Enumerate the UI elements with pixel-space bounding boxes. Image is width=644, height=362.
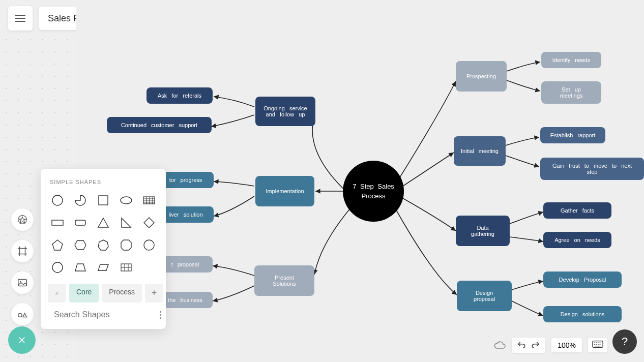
redo-icon[interactable] [531, 341, 540, 350]
svg-rect-8 [52, 220, 63, 225]
shape-grid [48, 192, 159, 276]
decagon-icon [51, 261, 64, 274]
hamburger-icon [15, 15, 25, 22]
core-tab[interactable]: Core [69, 284, 99, 303]
svg-point-4 [52, 195, 63, 205]
parallelogram-icon [97, 261, 110, 274]
shape-search-input[interactable] [54, 310, 156, 319]
menu-button[interactable] [8, 6, 33, 31]
node-tor-progress[interactable]: tor progress [158, 172, 214, 188]
shape-tabs: Core Process + [48, 284, 159, 303]
center-node[interactable]: 7 Step Sales Process [343, 161, 404, 222]
heptagon-icon [97, 238, 110, 252]
shape-table[interactable] [142, 192, 157, 208]
svg-point-10 [144, 240, 154, 250]
rounded-rect-icon [74, 216, 87, 229]
node-establish-rapport[interactable]: Establish rapport [540, 127, 605, 143]
shape-diamond[interactable] [142, 215, 157, 231]
shape-ellipse[interactable] [119, 192, 134, 208]
zoom-level[interactable]: 100% [551, 338, 582, 352]
shapes-panel-title: SIMPLE SHAPES [48, 179, 159, 185]
shape-pentagon[interactable] [50, 237, 65, 253]
node-gain-trust[interactable]: Gain trust to move to next step [540, 158, 644, 180]
shape-square[interactable] [96, 192, 110, 208]
octagon-icon [120, 238, 133, 252]
shapes-rail-button[interactable] [11, 208, 34, 231]
shape-octagon[interactable] [119, 237, 134, 253]
svg-point-6 [121, 197, 132, 204]
node-agree-needs[interactable]: Agree on needs [543, 232, 611, 248]
shape-triangle[interactable] [96, 215, 110, 231]
node-data-gathering[interactable]: Data gathering [456, 216, 510, 246]
shape-circle[interactable] [50, 192, 65, 208]
node-develop-proposal[interactable]: Develop Proposal [543, 272, 622, 288]
shape-rounded-rect[interactable] [73, 215, 87, 231]
svg-rect-1 [18, 280, 27, 286]
node-gather-facts[interactable]: Gather facts [543, 202, 611, 219]
node-liver-solution[interactable]: liver solution [158, 206, 214, 223]
table-icon [142, 194, 156, 207]
node-the-business[interactable]: the business [158, 292, 213, 308]
keyboard-button[interactable] [588, 338, 607, 352]
svg-rect-5 [99, 196, 108, 205]
square-icon [97, 194, 110, 207]
pin-tab[interactable] [48, 284, 66, 303]
shape-decagon[interactable] [50, 259, 65, 276]
diamond-icon [142, 216, 156, 229]
shapes-panel: SIMPLE SHAPES Core Process + [41, 169, 166, 329]
node-t-proposal[interactable]: t proposal [158, 256, 213, 273]
close-icon [17, 336, 26, 345]
right-triangle-icon [120, 216, 133, 229]
node-customer-support[interactable]: Continued customer support [107, 117, 212, 133]
cloud-sync-icon[interactable] [493, 339, 506, 351]
shape-rectangle[interactable] [50, 215, 65, 231]
shape-parallelogram[interactable] [96, 259, 110, 276]
more-rail-button[interactable] [11, 303, 34, 325]
node-present[interactable]: Present Solutions [254, 265, 314, 296]
shape-heptagon[interactable] [96, 237, 110, 253]
triangle-icon [97, 216, 110, 229]
node-design-solutions[interactable]: Design solutions [543, 306, 622, 322]
undo-redo-group [512, 338, 545, 353]
node-design-proposal[interactable]: Design proposal [457, 281, 512, 311]
frame-icon [17, 246, 28, 257]
search-menu-icon[interactable] [160, 311, 161, 319]
node-identify-needs[interactable]: Identify needs [541, 52, 601, 68]
add-tab[interactable]: + [145, 284, 163, 303]
nonagon-icon [142, 238, 156, 252]
process-tab[interactable]: Process [102, 284, 142, 303]
close-button[interactable] [8, 326, 36, 354]
shape-trapezoid[interactable] [73, 259, 87, 276]
node-implementation[interactable]: Implementation [255, 176, 314, 206]
bottom-bar: 100% [493, 338, 607, 353]
svg-rect-9 [75, 220, 85, 225]
pin-icon [55, 289, 59, 297]
circle-icon [51, 194, 64, 207]
shape-search-row [48, 308, 159, 322]
node-prospecting[interactable]: Prospecting [456, 61, 507, 92]
shape-right-triangle[interactable] [119, 215, 134, 231]
plus-icon: + [152, 288, 157, 298]
rectangle-icon [51, 216, 64, 229]
image-rail-button[interactable] [11, 272, 34, 294]
shape-grid2[interactable] [119, 259, 134, 276]
shape-arc[interactable] [73, 192, 87, 208]
arc-icon [74, 194, 87, 207]
node-initial-meeting[interactable]: Initial meeting [454, 136, 506, 166]
svg-point-3 [18, 313, 22, 317]
svg-rect-14 [593, 341, 603, 348]
trapezoid-icon [74, 261, 87, 274]
node-setup-meetings[interactable]: Set up meetings [541, 81, 601, 104]
help-button[interactable]: ? [612, 329, 637, 354]
ellipse-icon [120, 194, 133, 207]
grid-icon [120, 261, 133, 274]
image-icon [17, 277, 28, 288]
undo-icon[interactable] [517, 341, 526, 350]
shape-hexagon[interactable] [73, 237, 87, 253]
hexagon-icon [74, 238, 87, 252]
shape-nonagon[interactable] [142, 237, 157, 253]
node-ask-referals[interactable]: Ask for referals [147, 87, 213, 104]
frame-rail-button[interactable] [11, 240, 34, 262]
node-ongoing[interactable]: Ongoing service and follow up [255, 97, 315, 126]
pentagon-icon [51, 238, 64, 252]
